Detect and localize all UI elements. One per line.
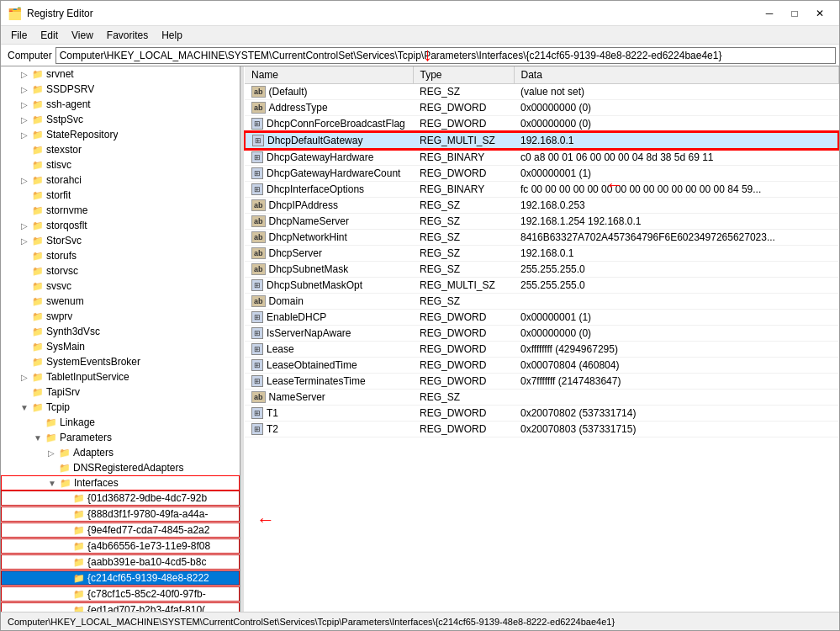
row-data: 0x00000000 (0) <box>514 326 838 342</box>
folder-icon: 📁 <box>31 130 45 141</box>
table-row[interactable]: abNameServerREG_SZ <box>245 390 838 406</box>
row-type: REG_MULTI_SZ <box>413 132 514 149</box>
tree-item-label: stornvme <box>46 204 87 216</box>
tree-item[interactable]: 📁swprv <box>1 309 240 324</box>
table-row[interactable]: abDhcpServerREG_SZ192.168.0.1 <box>245 246 838 262</box>
table-row[interactable]: ⊞LeaseTerminatesTimeREG_DWORD0x7fffffff … <box>245 374 838 390</box>
tree-item[interactable]: ▼📁Interfaces <box>1 475 240 490</box>
tree-item[interactable]: 📁{9e4fed77-cda7-4845-a2a2 <box>1 522 240 538</box>
row-name-text: EnableDHCP <box>267 311 326 323</box>
address-input[interactable] <box>55 47 836 64</box>
detail-panel[interactable]: Name Type Data ab(Default)REG_SZ(value n… <box>244 66 839 612</box>
table-row[interactable]: abDhcpIPAddressREG_SZ192.168.0.253 <box>245 198 838 214</box>
tree-item-label: swprv <box>46 310 72 322</box>
row-data: 0x00000001 (1) <box>514 166 838 182</box>
folder-icon: 📁 <box>31 266 45 277</box>
tree-item[interactable]: 📁TapiSrv <box>1 384 240 400</box>
tree-item[interactable]: ▷📁srvnet <box>1 66 240 82</box>
tree-item[interactable]: 📁stexstor <box>1 142 240 157</box>
tree-item[interactable]: 📁storvsc <box>1 263 240 278</box>
table-row[interactable]: abDhcpSubnetMaskREG_SZ255.255.255.0 <box>245 262 838 278</box>
menu-item-view[interactable]: View <box>65 26 100 44</box>
table-row[interactable]: ⊞IsServerNapAwareREG_DWORD0x00000000 (0) <box>245 326 838 342</box>
tree-item[interactable]: ▷📁StorSvc <box>1 233 240 248</box>
menu-item-favorites[interactable]: Favorites <box>100 26 155 44</box>
row-name-text: DhcpIPAddress <box>269 199 338 211</box>
app-icon: 🗂️ <box>8 7 22 20</box>
tree-item[interactable]: 📁{c78cf1c5-85c2-40f0-97fb- <box>1 586 240 602</box>
table-row[interactable]: ⊞LeaseREG_DWORD0xffffffff (4294967295) <box>245 342 838 358</box>
tree-item[interactable]: ▷📁ssh-agent <box>1 97 240 112</box>
folder-icon: 📁 <box>72 541 86 552</box>
tree-item[interactable]: 📁storfit <box>1 188 240 203</box>
tree-item-label: storvsc <box>46 265 78 277</box>
tree-item[interactable]: ▷📁storahci <box>1 172 240 188</box>
table-row[interactable]: ⊞DhcpSubnetMaskOptREG_MULTI_SZ255.255.25… <box>245 278 838 294</box>
menu-item-edit[interactable]: Edit <box>34 26 65 44</box>
tree-item[interactable]: ▼📁Parameters <box>1 430 240 445</box>
table-row[interactable]: ⊞DhcpGatewayHardwareREG_BINARYc0 a8 00 0… <box>245 149 838 166</box>
menu-item-file[interactable]: File <box>4 26 34 44</box>
tree-item[interactable]: 📁DNSRegisteredAdapters <box>1 460 240 475</box>
tree-item[interactable]: ▷📁storqosflt <box>1 218 240 233</box>
tree-item[interactable]: ▷📁StateRepository <box>1 127 240 142</box>
folder-icon: 📁 <box>31 145 45 156</box>
table-row[interactable]: abDhcpNameServerREG_SZ192.168.1.254 192.… <box>245 214 838 230</box>
table-row[interactable]: ab(Default)REG_SZ(value not set) <box>245 84 838 100</box>
tree-item[interactable]: 📁SysMain <box>1 339 240 354</box>
table-row[interactable]: abDomainREG_SZ <box>245 294 838 310</box>
tree-item[interactable]: 📁{c214cf65-9139-48e8-8222 <box>1 570 240 586</box>
tree-item[interactable]: 📁swenum <box>1 294 240 309</box>
tree-item[interactable]: ▷📁SSDPSRV <box>1 82 240 97</box>
reg-type-icon: ab <box>251 263 266 275</box>
table-row[interactable]: abAddressTypeREG_DWORD0x00000000 (0) <box>245 100 838 116</box>
row-name-text: DhcpNameServer <box>269 215 349 227</box>
tree-item[interactable]: 📁stornvme <box>1 203 240 218</box>
folder-icon: 📁 <box>58 463 71 474</box>
tree-panel[interactable]: ▷📁srvnet▷📁SSDPSRV▷📁ssh-agent▷📁SstpSvc▷📁S… <box>1 66 240 612</box>
table-row[interactable]: ⊞DhcpInterfaceOptionsREG_BINARYfc 00 00 … <box>245 182 838 198</box>
table-row[interactable]: ⊞DhcpGatewayHardwareCountREG_DWORD0x0000… <box>245 166 838 182</box>
maximize-button[interactable]: □ <box>782 3 807 24</box>
reg-type-icon: ⊞ <box>251 311 263 323</box>
tree-item[interactable]: ▼📁Tcpip <box>1 400 240 415</box>
table-row[interactable]: ⊞T1REG_DWORD0x20070802 (537331714) <box>245 406 838 422</box>
reg-type-icon: ab <box>251 295 266 307</box>
tree-item[interactable]: 📁Synth3dVsc <box>1 324 240 339</box>
folder-icon: 📁 <box>31 281 45 292</box>
row-type: REG_SZ <box>413 198 514 214</box>
close-button[interactable]: ✕ <box>807 3 832 24</box>
table-row[interactable]: ⊞LeaseObtainedTimeREG_DWORD0x00070804 (4… <box>245 358 838 374</box>
menu-item-help[interactable]: Help <box>155 26 189 44</box>
tree-item[interactable]: 📁{888d3f1f-9780-49fa-a44a- <box>1 506 240 522</box>
row-data: 0x20070802 (537331714) <box>514 406 838 422</box>
row-type: REG_SZ <box>413 390 514 406</box>
tree-item[interactable]: 📁{01d36872-9dbe-4dc7-92b <box>1 490 240 506</box>
reg-type-icon: ⊞ <box>252 135 264 146</box>
minimize-button[interactable]: ─ <box>757 3 782 24</box>
tree-item[interactable]: 📁{ed1ad707-b2b3-4faf-810( <box>1 602 240 612</box>
table-row[interactable]: ⊞T2REG_DWORD0x20070803 (537331715) <box>245 422 838 437</box>
status-bar: Computer\HKEY_LOCAL_MACHINE\SYSTEM\Curre… <box>1 612 839 630</box>
tree-item-label: {c214cf65-9139-48e8-8222 <box>87 572 209 584</box>
table-row[interactable]: ⊞DhcpDefaultGatewayREG_MULTI_SZ192.168.0… <box>245 132 838 149</box>
row-name-text: LeaseObtainedTime <box>267 359 357 371</box>
tree-item[interactable]: 📁SystemEventsBroker <box>1 354 240 369</box>
tree-item[interactable]: ▷📁SstpSvc <box>1 112 240 127</box>
row-name-text: DhcpGatewayHardware <box>267 151 373 163</box>
table-row[interactable]: abDhcpNetworkHintREG_SZ8416B63327A702A45… <box>245 230 838 246</box>
row-name: ⊞T2 <box>245 422 413 437</box>
tree-item[interactable]: 📁svsvc <box>1 278 240 294</box>
tree-item[interactable]: ▷📁Adapters <box>1 445 240 460</box>
tree-item[interactable]: 📁storufs <box>1 248 240 263</box>
tree-item-label: Synth3dVsc <box>46 326 100 337</box>
tree-item[interactable]: 📁stisvc <box>1 157 240 172</box>
tree-item-label: Adapters <box>73 447 114 459</box>
table-row[interactable]: ⊞EnableDHCPREG_DWORD0x00000001 (1) <box>245 310 838 326</box>
tree-item[interactable]: 📁{aabb391e-ba10-4cd5-b8c <box>1 554 240 570</box>
tree-item[interactable]: 📁Linkage <box>1 415 240 430</box>
row-data <box>514 390 838 406</box>
tree-item[interactable]: 📁{a4b66556-1e73-11e9-8f08 <box>1 538 240 554</box>
table-row[interactable]: ⊞DhcpConnForceBroadcastFlagREG_DWORD0x00… <box>245 116 838 133</box>
tree-item[interactable]: ▷📁TabletInputService <box>1 369 240 384</box>
